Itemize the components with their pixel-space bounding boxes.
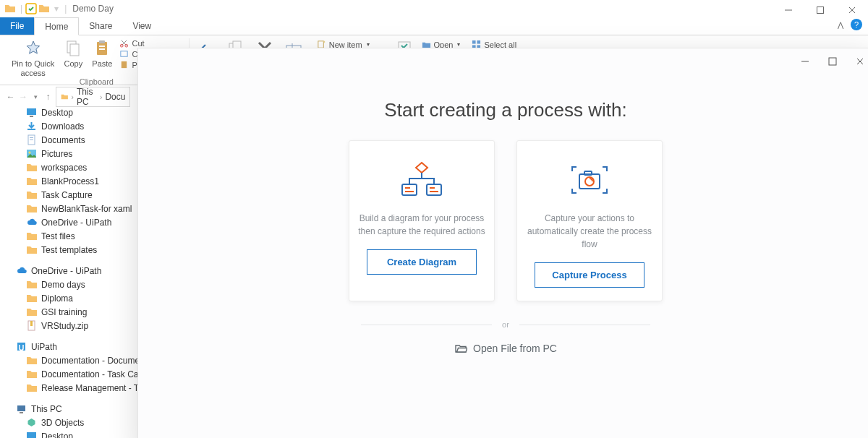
create-diagram-button[interactable]: Create Diagram: [367, 249, 477, 275]
tree-item[interactable]: Release Management - Task Captu: [0, 381, 152, 395]
svg-rect-7: [99, 48, 105, 50]
desktop-icon: [26, 431, 37, 438]
3d-icon: [26, 417, 37, 428]
svg-rect-39: [20, 412, 23, 413]
svg-rect-31: [30, 137, 33, 138]
tree-item[interactable]: GSI training: [0, 305, 152, 319]
card-desc: Capture your actions to automatically cr…: [526, 212, 653, 251]
svg-rect-51: [430, 191, 438, 192]
svg-rect-20: [477, 40, 481, 44]
tree-item[interactable]: 3D Objects: [0, 416, 152, 429]
svg-rect-32: [30, 139, 33, 140]
fld-icon: [26, 355, 37, 366]
svg-rect-3: [70, 44, 79, 56]
tree-item[interactable]: Test templates: [0, 243, 152, 257]
svg-rect-45: [829, 58, 836, 65]
clipboard-caption: Clipboard: [80, 77, 114, 86]
tree-item[interactable]: Documentation - Task Capture: [0, 367, 152, 381]
chevron-up-icon[interactable]: ⋀: [838, 21, 843, 29]
fld-icon: [26, 203, 37, 214]
svg-rect-50: [430, 187, 435, 189]
tab-share[interactable]: Share: [79, 17, 122, 35]
fld-icon: [26, 382, 37, 393]
minimize-button[interactable]: [773, 0, 804, 20]
copy-button[interactable]: Copy: [61, 38, 85, 68]
cloud-icon: [26, 217, 37, 228]
tree-item[interactable]: UiPath: [0, 340, 152, 353]
tree-item[interactable]: Desktop: [0, 429, 152, 438]
svg-rect-10: [121, 51, 127, 56]
tree-item[interactable]: This PC: [0, 402, 152, 416]
svg-rect-19: [472, 40, 476, 44]
cloud-icon: [16, 265, 27, 276]
desktop-icon: [26, 107, 37, 118]
svg-rect-48: [405, 187, 410, 189]
titlebar: | ▾| Demo Day: [0, 0, 868, 17]
modal-maximize-button[interactable]: [825, 54, 840, 69]
svg-rect-11: [122, 61, 127, 68]
pic-icon: [26, 148, 37, 159]
svg-rect-46: [402, 184, 417, 195]
tree-item[interactable]: Desktop: [0, 106, 152, 119]
modal-close-button[interactable]: [853, 54, 867, 69]
fld-icon: [26, 176, 37, 186]
svg-rect-29: [30, 116, 33, 117]
pin-quick-access-button[interactable]: Pin to Quickaccess: [10, 38, 56, 77]
cut-button[interactable]: Cut: [119, 38, 182, 48]
tree-item[interactable]: workspaces: [0, 160, 152, 174]
capture-process-button[interactable]: Capture Process: [535, 262, 644, 288]
capture-icon: [561, 157, 618, 203]
svg-point-34: [29, 152, 31, 154]
modal-heading: Start creating a process with:: [138, 99, 868, 121]
fld-icon: [26, 306, 37, 317]
card-desc: Build a diagram for your process then ca…: [358, 212, 485, 238]
uip-icon: [16, 341, 27, 352]
svg-rect-47: [427, 184, 441, 195]
tree-item[interactable]: Diploma: [0, 291, 152, 305]
window-title: Demo Day: [72, 4, 114, 14]
tree-item[interactable]: OneDrive - UiPath: [0, 215, 152, 229]
help-icon[interactable]: ?: [851, 19, 862, 30]
svg-rect-37: [17, 343, 25, 351]
open-file-button[interactable]: Open File from PC: [138, 342, 868, 355]
tree-item[interactable]: Documentation - Documents: [0, 353, 152, 367]
fld-icon: [26, 189, 37, 200]
menu-tabs: File Home Share View ⋀ ?: [0, 17, 868, 35]
tree-item[interactable]: Documents: [0, 133, 152, 147]
create-diagram-card: Build a diagram for your process then ca…: [349, 140, 495, 301]
tree-item[interactable]: Pictures: [0, 147, 152, 160]
folder-open-icon: [454, 342, 467, 355]
close-button[interactable]: [836, 0, 868, 20]
tree-item[interactable]: NewBlankTask-for xaml: [0, 202, 152, 215]
download-icon: [26, 121, 37, 132]
maximize-button[interactable]: [804, 0, 836, 20]
doc-icon: [26, 134, 37, 145]
tab-home[interactable]: Home: [34, 17, 79, 35]
zip-icon: [26, 320, 37, 331]
tab-view[interactable]: View: [122, 17, 161, 35]
fld-icon: [26, 244, 37, 255]
folder-icon: [38, 3, 50, 14]
tree-item[interactable]: Task Capture: [0, 188, 152, 202]
tree-item[interactable]: OneDrive - UiPath: [0, 264, 152, 278]
svg-rect-5: [99, 40, 105, 43]
modal-minimize-button[interactable]: [798, 54, 812, 69]
tree-item[interactable]: BlankProcess1: [0, 174, 152, 188]
fld-icon: [26, 293, 37, 304]
svg-rect-53: [584, 171, 592, 175]
tree-item[interactable]: Downloads: [0, 119, 152, 133]
capture-process-card: Capture your actions to automatically cr…: [516, 140, 663, 301]
svg-rect-40: [27, 432, 36, 438]
folder-icon: [61, 91, 69, 103]
tree-item[interactable]: VRStudy.zip: [0, 319, 152, 332]
fld-icon: [26, 369, 37, 379]
tree-item[interactable]: Demo days: [0, 278, 152, 291]
svg-rect-15: [318, 41, 323, 48]
paste-button[interactable]: Paste: [90, 38, 114, 68]
svg-rect-38: [17, 405, 25, 411]
pc-icon: [16, 403, 27, 414]
tab-file[interactable]: File: [0, 17, 34, 35]
task-capture-window: Start creating a process with: Build a d…: [137, 48, 868, 438]
tree-item[interactable]: Test files: [0, 229, 152, 243]
fld-icon: [26, 162, 37, 173]
